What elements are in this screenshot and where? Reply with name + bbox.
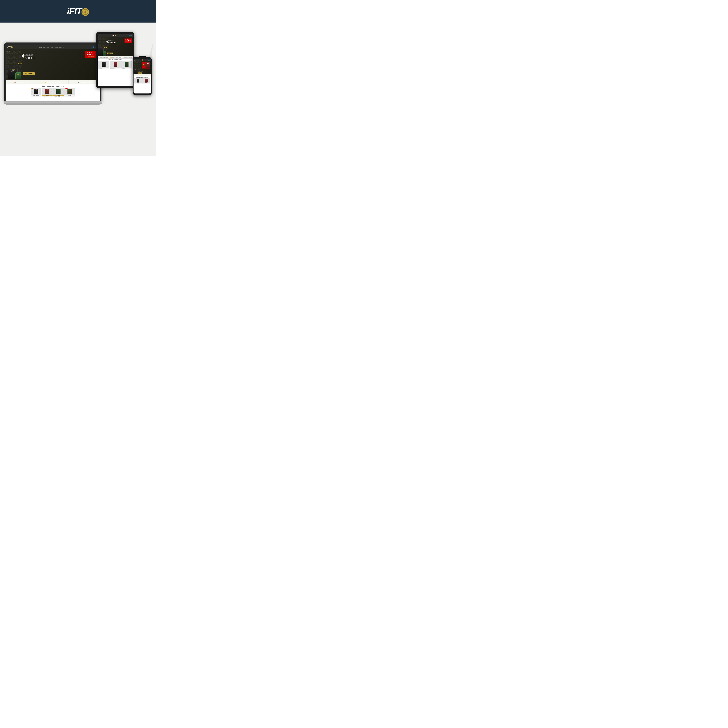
phone-notch [139, 57, 146, 58]
laptop-hero-banner: BLACK BLACK BLACK BLACK BLACK BLACK iFIT [6, 49, 100, 80]
logo-ball-icon [81, 8, 89, 16]
phone-price: 1550 L.E 1318 L.E [138, 69, 143, 72]
phone-product: GOLD WHY [133, 68, 137, 74]
main-content: iFIT HOME ABOUT IFIT SHOP BLOG CONTACT 🔍 [0, 23, 156, 156]
laptop-logo-text: iFIT [8, 46, 11, 48]
product-can-whey: GOLD WHE [34, 89, 38, 94]
tablet-info-support: 📞 PROFESSIONAL SUPPORT: 16467 [121, 56, 133, 58]
user-icon[interactable]: 👤 [93, 46, 94, 48]
info-free-shipping: 🚚 FREE FOR ORDERS ABOVE 550 EGP [6, 80, 37, 84]
hero-price: 2100 L.E 1550 L.E [23, 54, 36, 60]
tablet-shop-now[interactable]: SHOP NOW [107, 52, 113, 54]
tablet-hero: BLACK BLACK BLACK BLACK BLACK BLACK GOLD [98, 37, 133, 56]
tablet-product-3: 100% Isolate Whey [121, 61, 132, 69]
tablet-new-price: 1550 L.E [107, 41, 116, 44]
laptop-mockup: iFIT HOME ABOUT IFIT SHOP BLOG CONTACT 🔍 [5, 43, 101, 105]
laptop-best-selling: BEST SELLING PRODUCTS NEW GOLD WHE [6, 84, 100, 99]
nav-blog[interactable]: BLOG [55, 47, 58, 48]
laptop-camera [52, 44, 53, 44]
nav-home[interactable]: HOME [39, 47, 42, 48]
product-label-sale: SALE -50% [65, 88, 68, 89]
phone-can-1 [137, 79, 139, 83]
tablet-card-img-2 [110, 61, 121, 68]
products-grid: NEW GOLD WHE Optimum Stand [7, 88, 99, 98]
phone-screen: ☰ iFIT 👤 🛒 BLACK [133, 59, 151, 93]
truck-icon: 🚚 [14, 81, 15, 83]
tablet-bcaa: BCAA [102, 50, 106, 56]
laptop-logo: iFIT [8, 46, 13, 48]
tablet-info-orders: 🚚 FREE FOR ORDERS ABOVE 550 EGP [98, 56, 109, 58]
hero-ifit-label: iFIT [8, 50, 10, 52]
product-can-mass: MASS [45, 89, 49, 94]
product-label-new: NEW [31, 88, 33, 89]
phone-products: Whey Mass [134, 78, 150, 84]
tablet-product-2: Opt. Nut. Serious Mass [110, 61, 121, 69]
phone-mockup: ☰ iFIT 👤 🛒 BLACK [133, 57, 152, 95]
product-card-1: NEW GOLD WHE Optimum Stand [31, 88, 41, 98]
bcaa-product: ON BCAA [15, 72, 21, 79]
old-price: 2100 L.E [23, 54, 36, 57]
tablet-old-price: 2100 L.E [107, 40, 116, 41]
nav-shop[interactable]: SHOP [50, 47, 54, 48]
phone-product-2: Mass [142, 78, 150, 84]
info-payment: 💳 CASH ON DELIVERY & ONLINE PAYMENT [37, 80, 69, 84]
tablet-card-img-1 [98, 61, 109, 68]
phone-whey: GOLD WHY [133, 68, 137, 74]
tablet-mockup: ☰ iFIT 👤 🛒 BLACK [96, 32, 135, 88]
tablet-can-2 [113, 62, 117, 67]
phone-card-img-2 [142, 78, 150, 83]
tablet-menu-icon: ☰ [99, 35, 100, 37]
info-support: 📞 PROFESSIONAL SUPPORT: 16467 [69, 80, 100, 84]
payment-icon: 💳 [45, 81, 46, 83]
phone-cart-icon: 🛒 [149, 60, 150, 61]
phone-bf-badge: 15% OFF MASS [142, 62, 150, 69]
phone-user-icon: 👤 [148, 60, 149, 61]
tablet-outer: ☰ iFIT 👤 🛒 BLACK [96, 32, 135, 88]
phone-can-2 [145, 79, 148, 83]
tablet-bf-badge: BLACK FRIDAY SPECIAL SALE [124, 38, 132, 43]
phone-best-selling: BEST SELLING PRODUCTS Whey [133, 76, 151, 85]
free-badge: FREE [18, 63, 21, 64]
best-selling-title: BEST SELLING PRODUCTS [7, 85, 99, 87]
svg-point-0 [83, 10, 87, 14]
shop-now-button[interactable]: SHOP NOW [23, 72, 35, 75]
tablet-user-icon: 👤 [128, 35, 130, 37]
phone-icon: 📞 [78, 81, 79, 83]
brand-logo: iFIT [67, 7, 89, 16]
logo-text: iFIT [67, 7, 81, 16]
product-card-3: ISO OPTIONS Gold Standard 100% Isolate [53, 88, 64, 98]
tablet-navbar: ☰ iFIT 👤 🛒 [98, 34, 133, 37]
phone-new-price: 1318 L.E [138, 70, 143, 72]
laptop-foot [6, 104, 100, 105]
tablet-cart-icon: 🛒 [130, 35, 132, 37]
phone-mass-img: MASS [145, 62, 150, 68]
phone-outer: ☰ iFIT 👤 🛒 BLACK [133, 57, 152, 95]
laptop-nav-links: HOME ABOUT IFIT SHOP BLOG CONTACT [39, 47, 64, 48]
nav-contact[interactable]: CONTACT [59, 47, 64, 48]
tablet-best-selling: BEST SELLING PRODUCTS Opt. Standard Whey [98, 59, 133, 70]
tablet-info-bar: 🚚 FREE FOR ORDERS ABOVE 550 EGP 💳 CASH O… [98, 56, 133, 59]
nav-about[interactable]: ABOUT IFIT [43, 47, 49, 48]
black-friday-badge: BLACK FRIDAY SPECIAL SALE [85, 50, 98, 58]
tablet-best-title: BEST SELLING PRODUCTS [98, 59, 132, 60]
laptop-screen-outer: iFIT HOME ABOUT IFIT SHOP BLOG CONTACT 🔍 [5, 43, 101, 101]
product-card-4: SALE -50% Protein Bar [64, 88, 75, 98]
laptop-logo-ball [11, 46, 13, 48]
laptop-navbar: iFIT HOME ABOUT IFIT SHOP BLOG CONTACT 🔍 [6, 45, 100, 49]
tablet-price: 2100 L.E 1550 L.E [107, 40, 116, 44]
search-icon[interactable]: 🔍 [90, 46, 92, 48]
tablet-can-3 [125, 62, 128, 67]
tablet-screen: ☰ iFIT 👤 🛒 BLACK [98, 34, 133, 86]
phone-product-1: Whey [134, 78, 142, 84]
product-image-3: ISO [53, 88, 64, 95]
top-header: iFIT [0, 0, 156, 23]
tablet-arrow [106, 40, 108, 43]
phone-card-img-1 [134, 78, 142, 83]
product-card-2: MASS OPTIONS Optimum Nutrition Serious M… [42, 88, 52, 98]
tablet-card-img-3 [121, 61, 132, 68]
tablet-products: Opt. Standard Whey Opt. Nut. Serious Mas… [98, 61, 132, 69]
phone-navbar: ☰ iFIT 👤 🛒 [133, 59, 151, 61]
tablet-can-1 [102, 62, 106, 67]
laptop-info-bar: 🚚 FREE FOR ORDERS ABOVE 550 EGP 💳 CASH O… [6, 80, 100, 84]
devices-container: iFIT HOME ABOUT IFIT SHOP BLOG CONTACT 🔍 [5, 29, 152, 150]
